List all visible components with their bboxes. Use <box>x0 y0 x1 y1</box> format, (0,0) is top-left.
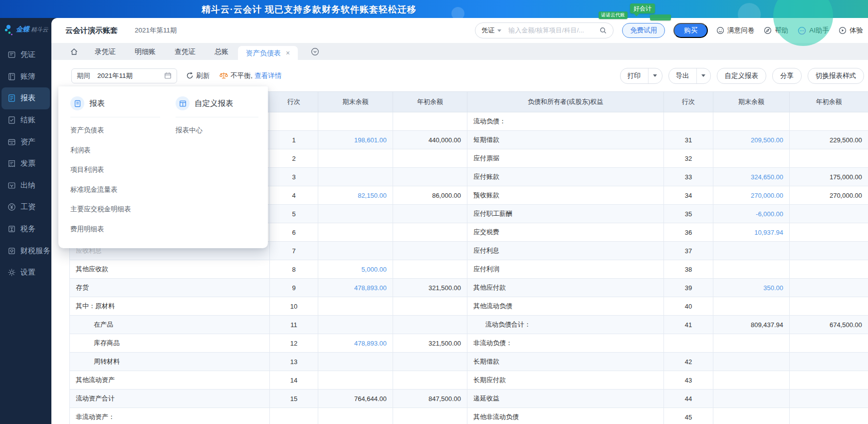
menu-item-费用明细表[interactable]: 费用明细表 <box>70 219 176 239</box>
asset-item-name: 流动资产合计 <box>70 390 270 408</box>
menu-item-项目利润表[interactable]: 项目利润表 <box>70 160 176 180</box>
liability-ending-balance[interactable]: 10,937.94 <box>713 223 790 242</box>
tab-录凭证[interactable]: 录凭证 <box>85 43 125 60</box>
app-logo[interactable]: 金蝶 精斗云 <box>0 18 51 41</box>
toolbar-button-自定义报表[interactable]: 自定义报表 <box>717 68 767 84</box>
menu-item-主要应交税金明细表[interactable]: 主要应交税金明细表 <box>70 199 176 219</box>
sidebar-item-出纳[interactable]: 出纳 <box>0 175 51 197</box>
tab-home[interactable] <box>62 43 85 60</box>
asset-item-name: 在产品 <box>70 316 270 334</box>
app-screen: 精斗云·云会计 现已支持多款财务软件账套轻松迁移 诺诺云代账 好会计 金蝶 精斗… <box>0 0 868 424</box>
tab-more-button[interactable] <box>311 43 319 60</box>
global-search[interactable]: 凭证 输入金额/核算项目/科目/... <box>475 22 614 38</box>
menu-item-资产负债表[interactable]: 资产负债表 <box>70 120 176 140</box>
buy-button[interactable]: 购买 <box>673 23 708 38</box>
toolbar-button-label[interactable]: 导出 <box>669 68 696 83</box>
header-link-满意问卷[interactable]: 满意问卷 <box>716 26 754 35</box>
toolbar-button-label: 分享 <box>780 71 794 80</box>
asset-item-name: 其中：原材料 <box>70 297 270 316</box>
liability-item-name: 非流动负债： <box>467 334 664 353</box>
asset-ending-balance <box>318 205 393 223</box>
reports-menu-section-报表: 报表 资产负债表利润表项目利润表标准现金流量表主要应交税金明细表费用明细表 <box>70 96 176 238</box>
invoice-icon <box>7 159 16 168</box>
asset-ending-balance[interactable]: 82,150.00 <box>318 186 393 205</box>
toolbar-button-切换报表样式[interactable]: 切换报表样式 <box>808 68 864 84</box>
partial-badge[interactable] <box>650 14 671 20</box>
menu-section-title: 自定义报表 <box>195 98 233 109</box>
liability-ending-balance[interactable]: -6,000.00 <box>713 205 790 223</box>
sidebar-item-凭证[interactable]: 凭证 <box>0 44 51 66</box>
sidebar-item-财税服务[interactable]: 财税服务 <box>0 240 51 262</box>
search-icon[interactable] <box>599 26 607 34</box>
liability-beginning-balance: 270,000.00 <box>790 186 868 205</box>
toolbar-button-分享[interactable]: 分享 <box>772 68 802 84</box>
sidebar-item-账簿[interactable]: 账簿 <box>0 66 51 88</box>
liability-beginning-balance <box>790 408 868 424</box>
toolbar-button-打印[interactable]: 打印 <box>620 68 662 84</box>
toolbar-button-label[interactable]: 打印 <box>621 68 648 83</box>
close-icon[interactable]: × <box>286 46 290 60</box>
free-trial-button[interactable]: 免费试用 <box>622 23 665 38</box>
menu-item-标准现金流量表[interactable]: 标准现金流量表 <box>70 180 176 200</box>
table-row: 在产品11流动负债合计：41809,437.94674,500.00 <box>70 316 868 334</box>
asset-beginning-balance: 86,000.00 <box>393 186 467 205</box>
asset-ending-balance <box>318 371 393 390</box>
asset-ending-balance <box>318 242 393 260</box>
product-badge-nuonuo[interactable]: 诺诺云代账 <box>599 11 628 19</box>
fiscal-period[interactable]: 2021年第11期 <box>135 26 177 35</box>
liability-beginning-balance <box>790 205 868 223</box>
account-name[interactable]: 云会计演示账套 <box>65 26 118 35</box>
liability-ending-balance <box>713 112 790 131</box>
asset-beginning-balance <box>393 112 467 131</box>
liability-ending-balance[interactable]: 209,500.00 <box>713 131 790 149</box>
liability-line-no: 44 <box>664 390 713 408</box>
play-circle-icon <box>839 26 847 34</box>
liability-beginning-balance <box>790 297 868 316</box>
sidebar-item-发票[interactable]: 发票 <box>0 153 51 175</box>
header-link-体验[interactable]: 体验 <box>839 26 863 35</box>
liability-item-name: 应付职工薪酬 <box>467 205 664 223</box>
settings-icon <box>7 268 16 277</box>
liability-beginning-balance: 674,500.00 <box>790 316 868 334</box>
tab-balance-sheet[interactable]: 资产负债表 × <box>238 46 298 60</box>
search-category[interactable]: 凭证 <box>481 26 494 35</box>
refresh-button[interactable]: 刷新 <box>186 71 210 80</box>
product-badge-haokuaiji[interactable]: 好会计 <box>630 3 655 13</box>
chevron-down-icon[interactable] <box>696 68 710 83</box>
sidebar-item-工资[interactable]: 工资 <box>0 196 51 218</box>
chevron-down-icon[interactable] <box>648 68 662 83</box>
menu-item-报表中心[interactable]: 报表中心 <box>176 120 258 140</box>
liability-ending-balance[interactable]: 270,000.00 <box>713 186 790 205</box>
view-details-link[interactable]: 查看详情 <box>254 71 281 80</box>
sidebar-item-设置[interactable]: 设置 <box>0 262 51 284</box>
toolbar-button-导出[interactable]: 导出 <box>668 68 711 84</box>
period-picker[interactable]: 期间 2021年11期 <box>71 68 177 83</box>
asset-ending-balance[interactable]: 5,000.00 <box>318 260 393 279</box>
sidebar-item-税务[interactable]: 税务 <box>0 218 51 240</box>
search-input[interactable]: 输入金额/核算项目/科目/... <box>508 26 599 35</box>
asset-line-no: 5 <box>270 205 318 223</box>
table-row: 非流动资产：其他非流动负债45 <box>70 408 868 424</box>
sidebar-item-报表[interactable]: 报表 <box>1 87 50 109</box>
tab-总账[interactable]: 总账 <box>205 43 238 60</box>
sidebar-item-资产[interactable]: 资产 <box>0 131 51 153</box>
report-icon <box>7 94 16 102</box>
sidebar-item-结账[interactable]: 结账 <box>0 109 51 131</box>
asset-ending-balance[interactable]: 478,893.00 <box>318 334 393 353</box>
menu-item-利润表[interactable]: 利润表 <box>70 140 176 160</box>
liability-item-name: 短期借款 <box>467 131 664 149</box>
column-header: 行次 <box>664 92 713 112</box>
table-row: 库存商品12478,893.00321,500.00非流动负债： <box>70 334 868 353</box>
asset-line-no: 4 <box>270 186 318 205</box>
liability-beginning-balance <box>790 242 868 260</box>
asset-ending-balance[interactable]: 478,893.00 <box>318 279 393 297</box>
liability-ending-balance[interactable]: 324,650.00 <box>713 168 790 186</box>
asset-line-no: 8 <box>270 260 318 279</box>
sidebar-item-label: 账簿 <box>20 72 35 81</box>
liability-ending-balance[interactable]: 350.00 <box>713 279 790 297</box>
asset-beginning-balance: 440,000.00 <box>393 131 467 149</box>
tab-明细账[interactable]: 明细账 <box>125 43 165 60</box>
asset-ending-balance[interactable]: 198,601.00 <box>318 131 393 149</box>
liability-ending-balance <box>713 390 790 408</box>
tab-查凭证[interactable]: 查凭证 <box>165 43 205 60</box>
